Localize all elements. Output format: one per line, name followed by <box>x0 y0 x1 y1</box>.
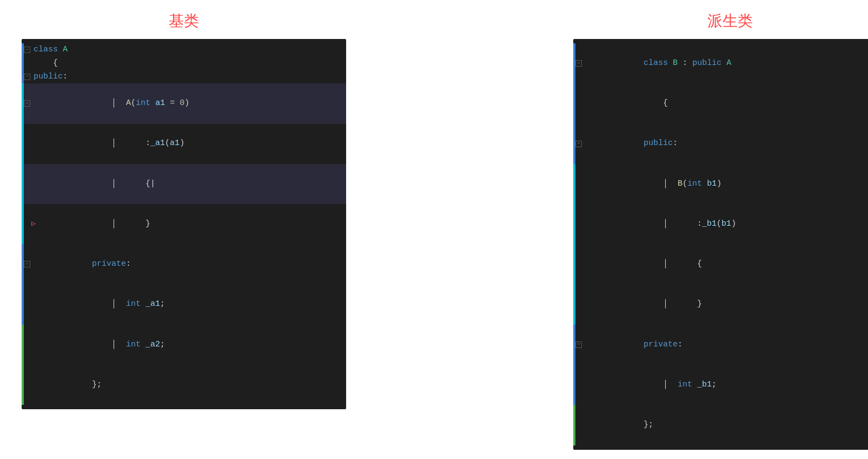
code-line: − │ A(int a1 = 0) <box>22 83 346 123</box>
code-line: │ :_b1(b1) <box>573 204 868 244</box>
code-line: │ { <box>573 244 868 284</box>
code-line: │ } <box>573 285 868 325</box>
base-class-code: − class A { − public: <box>22 39 346 409</box>
line-content: │ int _a2; <box>31 325 343 365</box>
code-line: { <box>22 57 346 70</box>
left-strip <box>573 164 575 204</box>
code-line: − public: <box>573 124 868 164</box>
fold-icon[interactable]: − <box>24 47 30 53</box>
fold-icon[interactable]: − <box>24 261 30 267</box>
left-strip <box>22 124 24 164</box>
line-content: class B : public A <box>583 43 868 83</box>
fold-icon[interactable]: − <box>24 74 30 80</box>
code-line: ▷ │ } <box>22 204 346 244</box>
line-content: │ {| <box>31 164 343 204</box>
code-line: │ :_a1(a1) <box>22 124 346 164</box>
left-strip <box>573 285 575 325</box>
code-line: − class A <box>22 43 346 57</box>
code-line: │ int _b1; <box>573 365 868 405</box>
line-content: { <box>583 83 868 123</box>
line-content: │ int _b1; <box>583 365 868 405</box>
fold-icon[interactable]: − <box>24 100 30 107</box>
code-line: │ int _a2; <box>22 325 346 365</box>
code-line: │ B(int b1) <box>573 164 868 204</box>
line-content: }; <box>583 405 868 445</box>
left-strip <box>573 204 575 244</box>
fold-icon[interactable]: − <box>575 342 582 348</box>
base-class-section: 基类 − class A { − pub <box>22 11 346 450</box>
code-line: }; <box>573 405 868 445</box>
left-strip <box>22 285 24 325</box>
left-strip <box>22 57 24 70</box>
top-row: 基类 − class A { − pub <box>22 11 846 450</box>
code-line: │ {| <box>22 164 346 204</box>
code-line: }; <box>22 365 346 405</box>
line-content: │ A(int a1 = 0) <box>31 83 343 123</box>
line-content: private: <box>31 244 343 284</box>
code-line: − public: <box>22 70 346 84</box>
line-content: public: <box>31 70 343 84</box>
line-content: │ { <box>583 244 868 284</box>
line-content: { <box>31 57 343 70</box>
code-line: − private: <box>22 244 346 284</box>
derived-class-section: 派生类 − class B : public A { <box>573 11 868 450</box>
derived-class-title: 派生类 <box>707 11 753 31</box>
line-content: │ } <box>583 285 868 325</box>
line-content: │ :_b1(b1) <box>583 204 868 244</box>
line-content: │ int _a1; <box>31 285 343 325</box>
page-container: 基类 − class A { − pub <box>0 0 868 459</box>
line-content: │ B(int b1) <box>583 164 868 204</box>
line-content: public: <box>583 124 868 164</box>
left-strip <box>22 204 24 244</box>
code-line: − class B : public A <box>573 43 868 83</box>
derived-class-code: − class B : public A { − <box>573 39 868 450</box>
left-strip <box>573 244 575 284</box>
fold-icon[interactable]: − <box>575 141 582 147</box>
base-class-title: 基类 <box>169 11 199 31</box>
code-line: │ int _a1; <box>22 285 346 325</box>
left-strip <box>573 365 575 405</box>
line-content: }; <box>31 365 343 405</box>
fold-icon[interactable]: − <box>575 60 582 67</box>
run-arrow-icon: ▷ <box>31 218 36 230</box>
left-strip <box>22 325 24 365</box>
code-line: − private: <box>573 325 868 365</box>
code-line: { <box>573 83 868 123</box>
line-content: private: <box>583 325 868 365</box>
left-strip <box>573 83 575 123</box>
line-content: │ :_a1(a1) <box>31 124 343 164</box>
line-content: │ } <box>31 204 343 244</box>
left-strip <box>573 405 575 445</box>
left-strip <box>22 365 24 405</box>
line-content: class A <box>31 43 343 57</box>
left-strip <box>22 164 24 204</box>
